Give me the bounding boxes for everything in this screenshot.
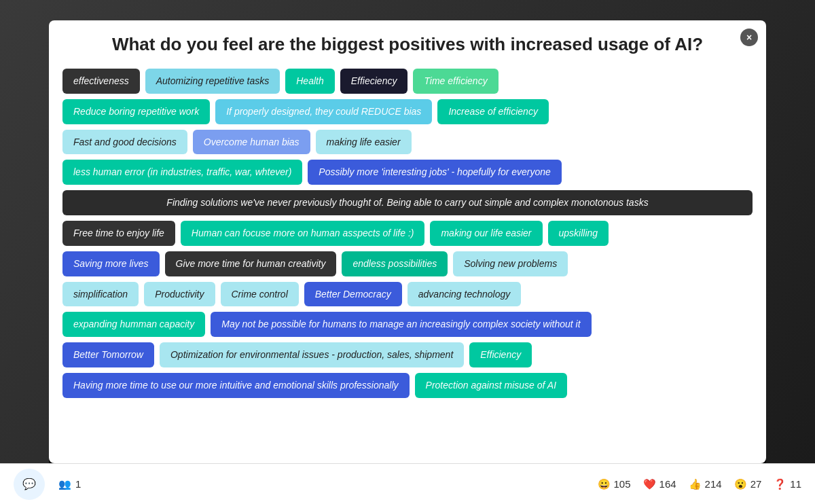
tag-5-3[interactable]: upskilling (548, 221, 609, 246)
question-reaction[interactable]: ❓ 11 (774, 478, 801, 490)
thumbs-reaction[interactable]: 👍 214 (689, 478, 722, 490)
wow-icon: 😮 (734, 478, 747, 490)
tag-4-0[interactable]: Finding solutions we've never previously… (62, 190, 753, 215)
tags-row-9: Better TomorrowOptimization for environm… (62, 342, 753, 367)
tag-9-0[interactable]: Better Tomorrow (62, 342, 154, 367)
heart-count: 164 (659, 478, 676, 490)
modal: What do you feel are the biggest positiv… (49, 20, 766, 463)
tag-6-0[interactable]: Saving more lives (62, 251, 160, 276)
wow-reaction[interactable]: 😮 27 (734, 478, 762, 490)
tags-row-8: expanding humman capacityMay not be poss… (62, 312, 753, 337)
tag-6-3[interactable]: Solving new problems (453, 251, 568, 276)
chat-icon[interactable]: 💬 (14, 469, 45, 500)
tag-6-2[interactable]: endless possibilities (342, 251, 448, 276)
tag-8-0[interactable]: expanding humman capacity (62, 312, 205, 337)
tags-row-0: effectivenessAutomizing repetitive tasks… (62, 69, 753, 94)
tag-10-1[interactable]: Protection against misuse of AI (415, 373, 567, 398)
tag-0-2[interactable]: Health (285, 69, 334, 94)
tag-5-0[interactable]: Free time to enjoy life (62, 221, 175, 246)
tag-6-1[interactable]: Give more time for human creativity (165, 251, 337, 276)
tags-row-1: Reduce boring repetitive workIf properly… (62, 99, 753, 124)
tag-3-0[interactable]: less human error (in industries, traffic… (62, 160, 302, 185)
tags-row-2: Fast and good decisionsOvercome human bi… (62, 130, 753, 155)
smile-count: 105 (614, 478, 631, 490)
tag-1-1[interactable]: If properly designed, they could REDUCE … (215, 99, 432, 124)
tag-0-0[interactable]: effectiveness (62, 69, 140, 94)
question-icon: ❓ (774, 478, 786, 490)
tag-5-2[interactable]: making our life easier (430, 221, 542, 246)
tags-row-6: Saving more livesGive more time for huma… (62, 251, 753, 276)
tag-7-1[interactable]: Productivity (144, 282, 215, 307)
tag-8-1[interactable]: May not be possible for humans to manage… (211, 312, 591, 337)
tag-1-0[interactable]: Reduce boring repetitive work (62, 99, 210, 124)
tag-3-1[interactable]: Possibly more 'interesting jobs' - hopef… (308, 160, 562, 185)
tag-7-3[interactable]: Better Democracy (304, 282, 402, 307)
people-icon: 👥 (58, 478, 71, 490)
question-count: 11 (790, 478, 801, 490)
tag-7-2[interactable]: Crime control (221, 282, 299, 307)
reactions-section: 😀 105 ❤️ 164 👍 214 😮 27 ❓ 11 (598, 478, 801, 490)
participants-count: 1 (75, 478, 81, 490)
tag-0-1[interactable]: Automizing repetitive tasks (145, 69, 280, 94)
tag-2-1[interactable]: Overcome human bias (193, 130, 310, 155)
close-button[interactable]: × (740, 29, 758, 46)
participants-section: 👥 1 (58, 478, 81, 490)
modal-title: What do you feel are the biggest positiv… (76, 34, 739, 55)
tag-0-4[interactable]: Time efficiency (413, 69, 498, 94)
tag-9-1[interactable]: Optimization for environmental issues - … (160, 342, 464, 367)
tags-row-10: Having more time to use our more intuiti… (62, 373, 753, 398)
smile-icon: 😀 (598, 478, 611, 490)
smile-reaction[interactable]: 😀 105 (598, 478, 631, 490)
thumbs-icon: 👍 (689, 478, 702, 490)
heart-icon: ❤️ (643, 478, 656, 490)
tag-9-2[interactable]: Efficiency (469, 342, 532, 367)
tag-1-2[interactable]: Increase of efficiency (437, 99, 549, 124)
heart-reaction[interactable]: ❤️ 164 (643, 478, 676, 490)
wow-count: 27 (750, 478, 762, 490)
tags-row-7: simplificationProductivityCrime controlB… (62, 282, 753, 307)
tags-row-5: Free time to enjoy lifeHuman can focuse … (62, 221, 753, 246)
bottom-bar: 💬 👥 1 😀 105 ❤️ 164 👍 214 😮 27 ❓ 11 (0, 463, 815, 504)
tag-2-0[interactable]: Fast and good decisions (62, 130, 187, 155)
tag-0-3[interactable]: Effieciency (340, 69, 408, 94)
tags-row-3: less human error (in industries, traffic… (62, 160, 753, 185)
tag-10-0[interactable]: Having more time to use our more intuiti… (62, 373, 410, 398)
tag-2-2[interactable]: making life easier (316, 130, 412, 155)
modal-header: What do you feel are the biggest positiv… (49, 20, 766, 62)
tags-row-4: Finding solutions we've never previously… (62, 190, 753, 215)
chat-symbol: 💬 (22, 478, 36, 490)
tag-7-0[interactable]: simplification (62, 282, 139, 307)
tags-area: effectivenessAutomizing repetitive tasks… (49, 62, 766, 463)
tag-7-4[interactable]: advancing technology (408, 282, 521, 307)
thumbs-count: 214 (705, 478, 722, 490)
tag-5-1[interactable]: Human can focuse more on human asspects … (181, 221, 425, 246)
